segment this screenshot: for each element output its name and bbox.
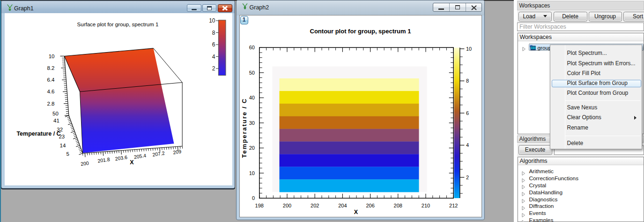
svg-text:5: 5: [66, 151, 69, 156]
svg-text:4.6: 4.6: [47, 89, 54, 94]
svg-text:Contour plot for group, spectr: Contour plot for group, spectrum 1: [310, 27, 411, 34]
svg-text:208: 208: [393, 203, 402, 208]
svg-text:210: 210: [421, 203, 429, 208]
svg-text:2: 2: [212, 65, 215, 72]
svg-text:60: 60: [249, 45, 254, 50]
svg-text:10: 10: [466, 46, 472, 51]
svg-text:8: 8: [466, 78, 469, 84]
svg-text:X: X: [130, 159, 134, 166]
svg-text:8.2: 8.2: [47, 65, 54, 70]
svg-text:201.8: 201.8: [97, 156, 110, 164]
svg-text:30: 30: [249, 120, 254, 125]
svg-text:2.8: 2.8: [47, 100, 54, 106]
svg-text:200: 200: [282, 203, 291, 208]
svg-text:205.4: 205.4: [133, 152, 147, 160]
svg-text:198: 198: [255, 203, 263, 208]
svg-text:14: 14: [59, 142, 66, 148]
svg-text:202: 202: [311, 203, 319, 208]
svg-text:207.2: 207.2: [152, 150, 165, 157]
svg-text:20: 20: [249, 145, 254, 151]
svg-text:Temperature / C: Temperature / C: [16, 130, 60, 137]
svg-text:204: 204: [338, 203, 347, 208]
svg-text:4: 4: [466, 142, 469, 148]
svg-text:4: 4: [212, 53, 215, 60]
svg-text:8: 8: [212, 29, 215, 36]
svg-text:209: 209: [172, 148, 181, 155]
svg-text:212: 212: [449, 203, 458, 208]
svg-text:6.4: 6.4: [47, 77, 55, 83]
svg-text:10: 10: [48, 53, 54, 59]
svg-text:40: 40: [249, 95, 254, 100]
svg-text:X: X: [354, 208, 358, 215]
svg-text:6: 6: [466, 110, 469, 115]
svg-text:50: 50: [52, 110, 59, 116]
svg-text:2: 2: [466, 174, 469, 180]
svg-text:0: 0: [252, 195, 254, 201]
svg-text:50: 50: [249, 69, 254, 75]
svg-text:Surface plot for group, spectr: Surface plot for group, spectrum 1: [77, 22, 158, 27]
svg-text:10: 10: [209, 17, 215, 24]
svg-text:203.6: 203.6: [114, 154, 127, 161]
svg-text:41: 41: [53, 117, 59, 123]
svg-text:Temperature / C: Temperature / C: [240, 98, 247, 158]
svg-text:200: 200: [80, 160, 89, 166]
svg-text:6: 6: [212, 41, 215, 48]
svg-text:206: 206: [366, 203, 374, 208]
svg-text:10: 10: [249, 170, 254, 176]
